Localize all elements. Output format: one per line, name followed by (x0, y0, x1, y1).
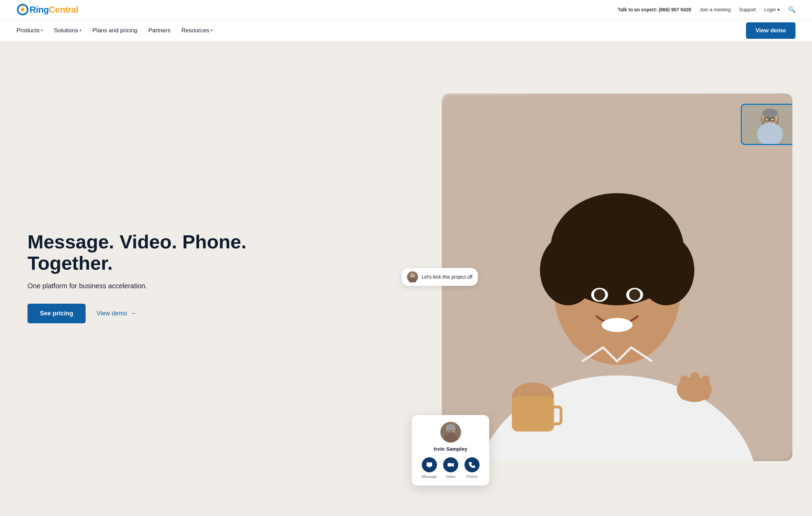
contact-action-message[interactable]: Message (421, 457, 437, 479)
nav-products-label: Products (17, 27, 40, 34)
video-thumb-svg (742, 105, 792, 144)
svg-marker-46 (452, 463, 454, 467)
message-label: Message (421, 474, 437, 479)
logo-icon (17, 3, 29, 16)
chat-bubble-avatar (407, 271, 418, 282)
svg-rect-22 (680, 375, 689, 400)
svg-point-28 (762, 109, 778, 118)
contact-card-name: Irvin Sampley (421, 446, 480, 452)
arrow-icon: → (130, 310, 136, 317)
video-label: Video (446, 474, 456, 479)
hero-section: Message. Video. Phone. Together. One pla… (0, 42, 812, 513)
login-button[interactable]: Login ▾ (764, 7, 780, 12)
svg-point-16 (629, 289, 640, 301)
hero-headline-line1: Message. Video. Phone. (28, 231, 246, 253)
contact-card: Irvin Sampley Message (412, 415, 489, 485)
svg-point-2 (22, 5, 23, 7)
nav-links: Products ▾ Solutions ▾ Plans and pricing… (17, 27, 213, 34)
join-meeting-link[interactable]: Join a meeting (700, 7, 731, 12)
nav-resources[interactable]: Resources ▾ (182, 27, 213, 34)
nav-resources-label: Resources (182, 27, 209, 34)
video-thumbnail (741, 104, 792, 145)
svg-rect-24 (701, 375, 710, 400)
chat-bubble: Let's kick this project off (402, 268, 478, 286)
hero-subheadline: One platform for business acceleration. (28, 282, 402, 290)
nav-partners-label: Partners (148, 27, 170, 34)
login-label: Login (764, 7, 776, 12)
phone-number[interactable]: (866) 907 0428 (659, 7, 691, 12)
nav-bar: Products ▾ Solutions ▾ Plans and pricing… (0, 20, 812, 42)
view-demo-link[interactable]: View demo → (97, 310, 136, 317)
video-icon (443, 457, 458, 472)
svg-rect-43 (427, 462, 432, 467)
nav-solutions[interactable]: Solutions ▾ (54, 27, 81, 34)
login-chevron-icon: ▾ (777, 7, 780, 12)
svg-point-39 (446, 424, 456, 431)
message-icon (422, 457, 437, 472)
nav-plans-pricing-label: Plans and pricing (92, 27, 137, 34)
logo-central-text: Central (49, 4, 78, 15)
svg-point-14 (594, 289, 605, 301)
phone-icon (464, 457, 480, 472)
resources-chevron-icon: ▾ (211, 28, 213, 33)
phone-label: Phone (467, 474, 478, 479)
solutions-chevron-icon: ▾ (79, 28, 81, 33)
hero-image (442, 93, 792, 461)
nav-view-demo-button[interactable]: View demo (746, 22, 796, 39)
chat-bubble-text: Let's kick this project off (421, 274, 472, 280)
nav-plans-pricing[interactable]: Plans and pricing (92, 27, 137, 34)
logo-ring-text: Ring (30, 4, 49, 15)
contact-card-actions: Message Video (421, 457, 480, 479)
hero-headline: Message. Video. Phone. Together. (28, 231, 402, 273)
nav-partners[interactable]: Partners (148, 27, 170, 34)
support-link[interactable]: Support (739, 7, 756, 12)
see-pricing-button[interactable]: See pricing (28, 304, 86, 323)
svg-rect-45 (448, 463, 452, 467)
logo[interactable]: RingCentral (17, 3, 78, 16)
hero-actions: See pricing View demo → (28, 304, 402, 323)
hero-left: Message. Video. Phone. Together. One pla… (0, 42, 422, 513)
expert-label: Talk to an expert: (866) 907 0428 (618, 7, 691, 12)
svg-point-12 (582, 204, 652, 246)
svg-point-1 (21, 8, 25, 12)
nav-products[interactable]: Products ▾ (17, 27, 43, 34)
svg-marker-44 (428, 467, 430, 468)
hero-headline-line2: Together. (28, 252, 113, 274)
contact-card-avatar (440, 422, 461, 442)
products-chevron-icon: ▾ (41, 28, 43, 33)
nav-solutions-label: Solutions (54, 27, 78, 34)
top-bar-right: Talk to an expert: (866) 907 0428 Join a… (618, 6, 795, 13)
svg-rect-23 (691, 372, 699, 399)
hero-image-svg (442, 93, 792, 461)
search-icon[interactable]: 🔍 (788, 6, 795, 13)
hero-right: Let's kick this project off Irvin Sample… (422, 42, 812, 513)
svg-point-17 (602, 318, 633, 332)
svg-rect-19 (512, 396, 554, 431)
view-demo-link-label: View demo (97, 310, 127, 317)
top-bar: RingCentral Talk to an expert: (866) 907… (0, 0, 812, 20)
contact-action-video[interactable]: Video (443, 457, 458, 479)
contact-action-phone[interactable]: Phone (464, 457, 480, 479)
